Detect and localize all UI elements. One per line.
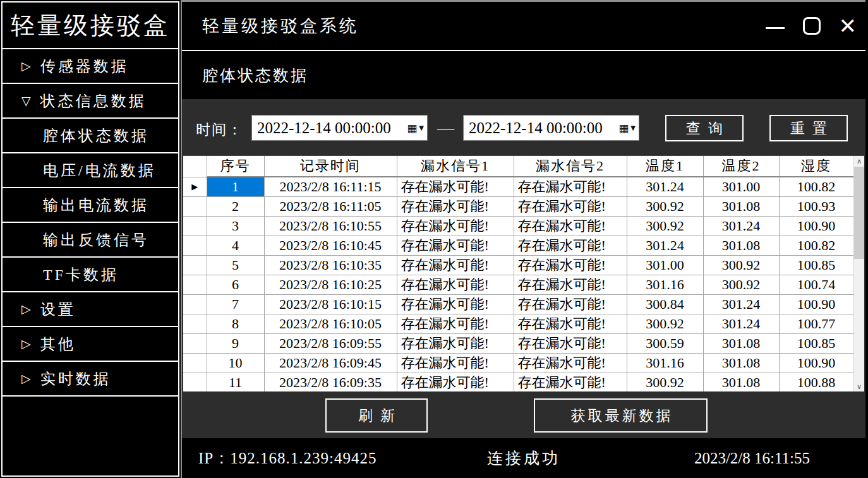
table-row[interactable]: 112023/2/8 16:09:35存在漏水可能!存在漏水可能!300.923…	[183, 373, 853, 392]
cell[interactable]: 5	[207, 256, 264, 275]
end-datetime-input[interactable]: 2022-12-14 00:00:00 ▦ ▼	[463, 115, 639, 141]
cell[interactable]: 301.24	[703, 295, 779, 314]
cell[interactable]: 300.84	[627, 295, 703, 314]
chevron-down-icon[interactable]: ▼	[419, 124, 424, 131]
cell[interactable]: 300.92	[627, 217, 703, 236]
sidebar-item-sensor-data[interactable]: ▷传感器数据	[3, 49, 178, 84]
cell[interactable]: 100.90	[779, 295, 853, 314]
cell[interactable]: 存在漏水可能!	[514, 197, 627, 217]
table-scrollbar[interactable]: ∧ ∨	[853, 156, 864, 391]
cell[interactable]: 100.93	[779, 197, 853, 217]
cell[interactable]: 301.08	[703, 354, 779, 373]
cell[interactable]: 2023/2/8 16:10:25	[264, 275, 397, 295]
cell[interactable]: 100.85	[779, 334, 853, 354]
cell[interactable]: 2023/2/8 16:10:35	[264, 256, 397, 275]
cell[interactable]: 存在漏水可能!	[514, 177, 627, 197]
table-row[interactable]: 22023/2/8 16:11:05存在漏水可能!存在漏水可能!300.9230…	[183, 197, 853, 217]
cell[interactable]: 301.16	[627, 275, 703, 295]
sidebar-item-other[interactable]: ▷其他	[3, 327, 178, 362]
cell[interactable]: 301.00	[627, 256, 703, 275]
cell[interactable]: 300.92	[627, 197, 703, 217]
cell[interactable]: 301.16	[627, 354, 703, 373]
cell[interactable]: 2023/2/8 16:10:45	[264, 236, 397, 256]
cell[interactable]: 存在漏水可能!	[514, 354, 627, 373]
cell[interactable]: 2023/2/8 16:10:55	[264, 217, 397, 236]
cell[interactable]: 存在漏水可能!	[397, 256, 514, 275]
fetch-latest-button[interactable]: 获取最新数据	[534, 398, 708, 433]
cell[interactable]: 301.24	[703, 314, 779, 334]
cell[interactable]: 存在漏水可能!	[397, 295, 514, 314]
table-row[interactable]: 92023/2/8 16:09:55存在漏水可能!存在漏水可能!300.5930…	[183, 334, 853, 354]
cell[interactable]: 301.00	[703, 177, 779, 197]
cell[interactable]: 2023/2/8 16:09:45	[264, 354, 397, 373]
sidebar-item-output-feedback-signal[interactable]: 输出反馈信号	[3, 223, 178, 258]
row-header-cell[interactable]	[183, 354, 207, 373]
table-row[interactable]: 72023/2/8 16:10:15存在漏水可能!存在漏水可能!300.8430…	[183, 295, 853, 314]
column-header[interactable]: 温度1	[627, 156, 703, 177]
row-header-cell[interactable]	[183, 334, 207, 354]
cell[interactable]: 100.90	[779, 217, 853, 236]
sidebar-item-status-info-data[interactable]: ▽状态信息数据	[3, 84, 178, 119]
column-header[interactable]: 记录时间	[264, 156, 397, 177]
cell[interactable]: 存在漏水可能!	[397, 177, 514, 197]
table-row[interactable]: 32023/2/8 16:10:55存在漏水可能!存在漏水可能!300.9230…	[183, 217, 853, 236]
cell[interactable]: 301.08	[703, 197, 779, 217]
cell[interactable]: 11	[207, 373, 264, 392]
cell[interactable]: 100.74	[779, 275, 853, 295]
cell[interactable]: 存在漏水可能!	[514, 334, 627, 354]
cell[interactable]: 300.92	[703, 256, 779, 275]
query-button[interactable]: 查询	[665, 115, 744, 141]
chevron-down-icon[interactable]: ▼	[630, 124, 636, 131]
cell[interactable]: 10	[207, 354, 264, 373]
refresh-button[interactable]: 刷新	[325, 398, 428, 433]
cell[interactable]: 100.88	[779, 373, 853, 392]
cell[interactable]: 100.82	[779, 236, 853, 256]
cell[interactable]: 301.08	[703, 373, 779, 392]
cell[interactable]: 存在漏水可能!	[397, 217, 514, 236]
cell[interactable]: 存在漏水可能!	[514, 373, 627, 392]
table-row[interactable]: 42023/2/8 16:10:45存在漏水可能!存在漏水可能!301.2430…	[183, 236, 853, 256]
cell[interactable]: 8	[207, 314, 264, 334]
cell[interactable]: 300.92	[627, 373, 703, 392]
cell[interactable]: 存在漏水可能!	[397, 275, 514, 295]
sidebar-item-settings[interactable]: ▷设置	[3, 292, 178, 327]
reset-button[interactable]: 重置	[769, 115, 848, 141]
cell[interactable]: 存在漏水可能!	[397, 197, 514, 217]
cell[interactable]: 300.92	[627, 314, 703, 334]
column-header[interactable]: 湿度	[779, 156, 853, 177]
row-header-cell[interactable]	[183, 217, 207, 236]
row-header-cell[interactable]	[183, 295, 207, 314]
cell[interactable]: 301.08	[703, 334, 779, 354]
cell[interactable]: 1	[207, 177, 264, 197]
cell[interactable]: 2023/2/8 16:09:55	[264, 334, 397, 354]
sidebar-item-tf-card-data[interactable]: TF卡数据	[3, 258, 178, 292]
start-datetime-input[interactable]: 2022-12-14 00:00:00 ▦ ▼	[251, 115, 428, 141]
cell[interactable]: 100.82	[779, 177, 853, 197]
cell[interactable]: 存在漏水可能!	[514, 275, 627, 295]
sidebar-item-cavity-status-data[interactable]: 腔体状态数据	[3, 119, 178, 153]
sidebar-item-realtime-data[interactable]: ▷实时数据	[3, 362, 178, 397]
row-header-cell[interactable]	[183, 197, 207, 217]
cell[interactable]: 存在漏水可能!	[397, 236, 514, 256]
table-row[interactable]: 62023/2/8 16:10:25存在漏水可能!存在漏水可能!301.1630…	[183, 275, 853, 295]
cell[interactable]: 301.08	[703, 236, 779, 256]
cell[interactable]: 2023/2/8 16:10:05	[264, 314, 397, 334]
table-row[interactable]: 102023/2/8 16:09:45存在漏水可能!存在漏水可能!301.163…	[183, 354, 853, 373]
cell[interactable]: 4	[207, 236, 264, 256]
cell[interactable]: 9	[207, 334, 264, 354]
row-header-cell[interactable]	[183, 314, 207, 334]
cell[interactable]: 存在漏水可能!	[514, 217, 627, 236]
minimize-icon[interactable]	[766, 27, 785, 29]
cell[interactable]: 301.24	[627, 236, 703, 256]
table-row[interactable]: 82023/2/8 16:10:05存在漏水可能!存在漏水可能!300.9230…	[183, 314, 853, 334]
table-row[interactable]: ▶12023/2/8 16:11:15存在漏水可能!存在漏水可能!301.243…	[183, 177, 853, 197]
cell[interactable]: 2023/2/8 16:10:15	[264, 295, 397, 314]
cell[interactable]: 2023/2/8 16:11:05	[264, 197, 397, 217]
row-header-cell[interactable]	[183, 373, 207, 392]
maximize-icon[interactable]	[803, 17, 821, 35]
cell[interactable]: 存在漏水可能!	[514, 314, 627, 334]
cell[interactable]: 7	[207, 295, 264, 314]
row-header-cell[interactable]	[183, 275, 207, 295]
row-header-cell[interactable]	[183, 256, 207, 275]
cell[interactable]: 301.24	[703, 217, 779, 236]
